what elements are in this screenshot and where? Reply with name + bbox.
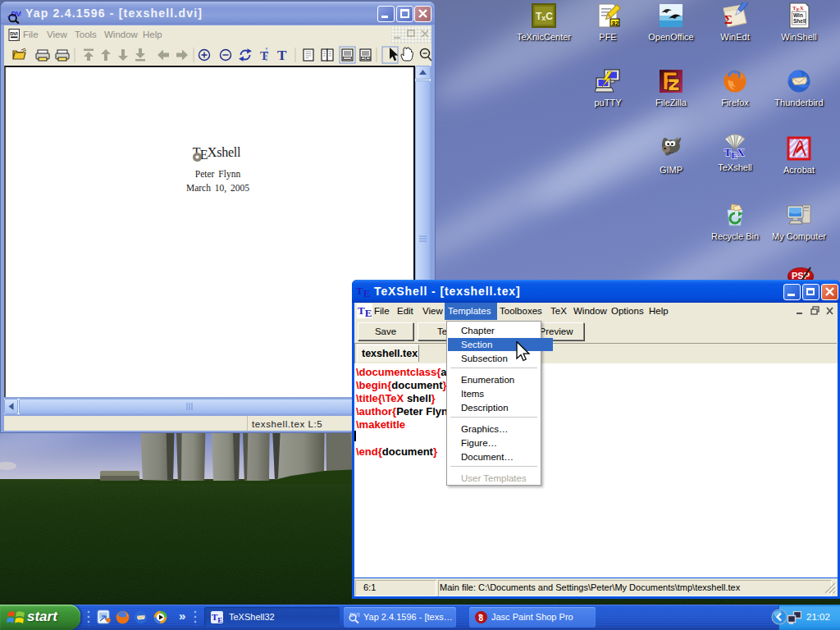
svg-text:Shell: Shell — [793, 18, 806, 24]
svg-text:Σ: Σ — [724, 13, 733, 26]
svg-text:TEX: TEX — [356, 285, 371, 299]
svg-text:TEX: TEX — [724, 147, 744, 159]
svg-text:8: 8 — [479, 614, 484, 623]
svg-text:TEX: TEX — [358, 304, 372, 318]
svg-text:T: T — [277, 48, 287, 63]
svg-text:DVI: DVI — [10, 31, 18, 36]
svg-text:T: T — [260, 49, 268, 62]
svg-text:Win: Win — [793, 12, 803, 18]
svg-text:32: 32 — [612, 20, 619, 27]
